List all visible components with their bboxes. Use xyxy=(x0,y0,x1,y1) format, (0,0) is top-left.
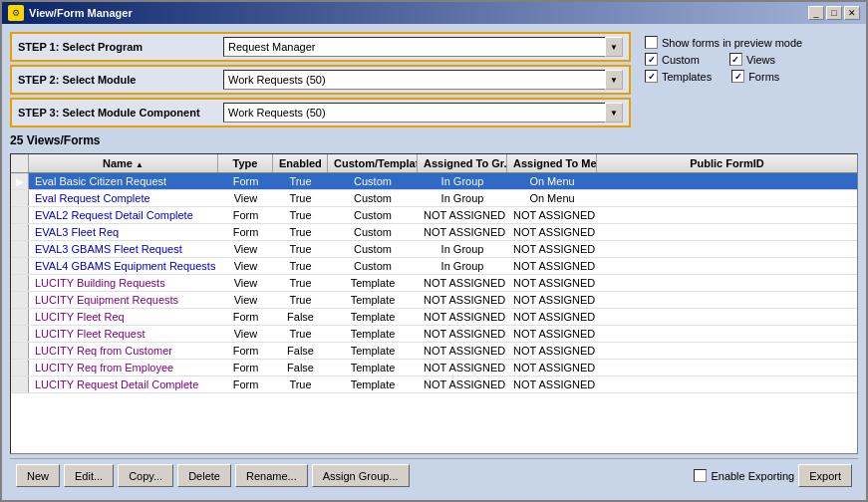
cell-name[interactable]: EVAL3 GBAMS Fleet Request xyxy=(29,241,218,257)
assign-group-button[interactable]: Assign Group... xyxy=(312,464,410,487)
table-row[interactable]: LUCITY Req from CustomerFormFalseTemplat… xyxy=(11,343,857,360)
cell-assigned-gr: NOT ASSIGNED xyxy=(418,292,507,308)
cell-type: Form xyxy=(218,343,273,359)
cell-type: Form xyxy=(218,207,273,223)
minimize-button[interactable]: _ xyxy=(808,6,824,20)
cell-assigned-gr: NOT ASSIGNED xyxy=(418,275,507,291)
show-preview-checkbox[interactable] xyxy=(645,36,658,49)
templates-option: Templates xyxy=(645,70,712,83)
views-table: Name ▲ Type Enabled Custom/Template Assi… xyxy=(10,153,858,454)
col-header-assigned-me[interactable]: Assigned To Me... xyxy=(507,154,597,172)
table-row[interactable]: LUCITY Fleet RequestViewTrueTemplateNOT … xyxy=(11,326,857,343)
cell-assigned-gr: NOT ASSIGNED xyxy=(418,360,507,376)
templates-checkbox[interactable] xyxy=(645,70,658,83)
rename-button[interactable]: Rename... xyxy=(235,464,308,487)
forms-checkbox[interactable] xyxy=(731,70,744,83)
cell-name[interactable]: EVAL2 Request Detail Complete xyxy=(29,207,218,223)
cell-public xyxy=(597,343,857,359)
views-checkbox[interactable] xyxy=(729,53,742,66)
table-row[interactable]: ▶Eval Basic Citizen RequestFormTrueCusto… xyxy=(11,173,857,190)
table-row[interactable]: EVAL3 GBAMS Fleet RequestViewTrueCustomI… xyxy=(11,241,857,258)
cell-name[interactable]: LUCITY Fleet Req xyxy=(29,309,218,325)
row-indicator xyxy=(11,207,29,223)
cell-custom: Template xyxy=(328,309,418,325)
table-row[interactable]: Eval Request CompleteViewTrueCustomIn Gr… xyxy=(11,190,857,207)
delete-button[interactable]: Delete xyxy=(177,464,231,487)
cell-name[interactable]: Eval Request Complete xyxy=(29,190,218,206)
col-header-custom[interactable]: Custom/Template xyxy=(328,154,418,172)
cell-name[interactable]: EVAL4 GBAMS Equipment Requests xyxy=(29,258,218,274)
col-header-name[interactable]: Name ▲ xyxy=(29,154,218,172)
cell-type: View xyxy=(218,241,273,257)
cell-name[interactable]: LUCITY Request Detail Complete xyxy=(29,376,218,392)
cell-enabled: True xyxy=(273,258,328,274)
step3-select[interactable]: Work Requests (50) xyxy=(223,103,623,123)
cell-assigned-me: NOT ASSIGNED xyxy=(507,275,597,291)
step1-label: STEP 1: Select Program xyxy=(18,41,217,53)
step1-row: STEP 1: Select Program Request Manager ▼ xyxy=(10,32,631,62)
cell-enabled: False xyxy=(273,343,328,359)
cell-name[interactable]: LUCITY Req from Customer xyxy=(29,343,218,359)
cell-name[interactable]: LUCITY Req from Employee xyxy=(29,360,218,376)
cell-name[interactable]: LUCITY Building Requests xyxy=(29,275,218,291)
new-button[interactable]: New xyxy=(16,464,60,487)
cell-assigned-gr: NOT ASSIGNED xyxy=(418,207,507,223)
cell-assigned-me: On Menu xyxy=(507,173,597,189)
col-header-enabled[interactable]: Enabled xyxy=(273,154,328,172)
edit-button[interactable]: Edit... xyxy=(64,464,114,487)
custom-checkbox[interactable] xyxy=(645,53,658,66)
step2-select[interactable]: Work Requests (50) xyxy=(223,70,623,90)
cell-enabled: True xyxy=(273,173,328,189)
table-row[interactable]: LUCITY Request Detail CompleteFormTrueTe… xyxy=(11,376,857,393)
cell-custom: Template xyxy=(328,343,418,359)
export-button[interactable]: Export xyxy=(798,464,852,487)
cell-enabled: True xyxy=(273,275,328,291)
table-body: ▶Eval Basic Citizen RequestFormTrueCusto… xyxy=(11,173,857,453)
cell-public xyxy=(597,173,857,189)
table-row[interactable]: EVAL3 Fleet ReqFormTrueCustomNOT ASSIGNE… xyxy=(11,224,857,241)
row-indicator xyxy=(11,224,29,240)
table-row[interactable]: EVAL4 GBAMS Equipment RequestsViewTrueCu… xyxy=(11,258,857,275)
cell-enabled: True xyxy=(273,241,328,257)
cell-assigned-gr: In Group xyxy=(418,173,507,189)
table-row[interactable]: LUCITY Fleet ReqFormFalseTemplateNOT ASS… xyxy=(11,309,857,326)
table-row[interactable]: LUCITY Building RequestsViewTrueTemplate… xyxy=(11,275,857,292)
cell-public xyxy=(597,309,857,325)
cell-type: Form xyxy=(218,376,273,392)
step2-row: STEP 2: Select Module Work Requests (50)… xyxy=(10,65,631,95)
col-header-public[interactable]: Public FormID xyxy=(597,154,857,172)
table-row[interactable]: LUCITY Req from EmployeeFormFalseTemplat… xyxy=(11,360,857,376)
window-icon: ⚙ xyxy=(8,5,24,21)
row-indicator xyxy=(11,309,29,325)
cell-type: Form xyxy=(218,309,273,325)
cell-assigned-gr: In Group xyxy=(418,190,507,206)
cell-custom: Template xyxy=(328,360,418,376)
views-option: Views xyxy=(729,53,775,66)
cell-name[interactable]: LUCITY Fleet Request xyxy=(29,326,218,342)
cell-assigned-gr: NOT ASSIGNED xyxy=(418,326,507,342)
maximize-button[interactable]: □ xyxy=(826,6,842,20)
cell-name[interactable]: Eval Basic Citizen Request xyxy=(29,173,218,189)
close-button[interactable]: ✕ xyxy=(844,6,860,20)
cell-public xyxy=(597,241,857,257)
enable-exporting-checkbox[interactable] xyxy=(694,469,707,482)
enable-exporting-option: Enable Exporting xyxy=(694,469,794,482)
step2-label: STEP 2: Select Module xyxy=(18,74,217,86)
enable-exporting-label: Enable Exporting xyxy=(711,470,794,482)
options-row2: Custom Views xyxy=(645,53,852,66)
cell-custom: Template xyxy=(328,292,418,308)
col-header-type[interactable]: Type xyxy=(218,154,273,172)
cell-name[interactable]: EVAL3 Fleet Req xyxy=(29,224,218,240)
row-indicator: ▶ xyxy=(11,173,29,189)
table-row[interactable]: EVAL2 Request Detail CompleteFormTrueCus… xyxy=(11,207,857,224)
row-indicator xyxy=(11,275,29,291)
copy-button[interactable]: Copy... xyxy=(118,464,173,487)
cell-name[interactable]: LUCITY Equipment Requests xyxy=(29,292,218,308)
step1-select[interactable]: Request Manager xyxy=(223,37,623,57)
cell-assigned-gr: In Group xyxy=(418,241,507,257)
custom-label: Custom xyxy=(662,54,700,66)
show-preview-option: Show forms in preview mode xyxy=(645,36,852,49)
col-header-assigned-gr[interactable]: Assigned To Gr... xyxy=(418,154,507,172)
table-row[interactable]: LUCITY Equipment RequestsViewTrueTemplat… xyxy=(11,292,857,309)
main-window: ⚙ View/Form Manager _ □ ✕ STEP 1: Select… xyxy=(0,0,868,502)
